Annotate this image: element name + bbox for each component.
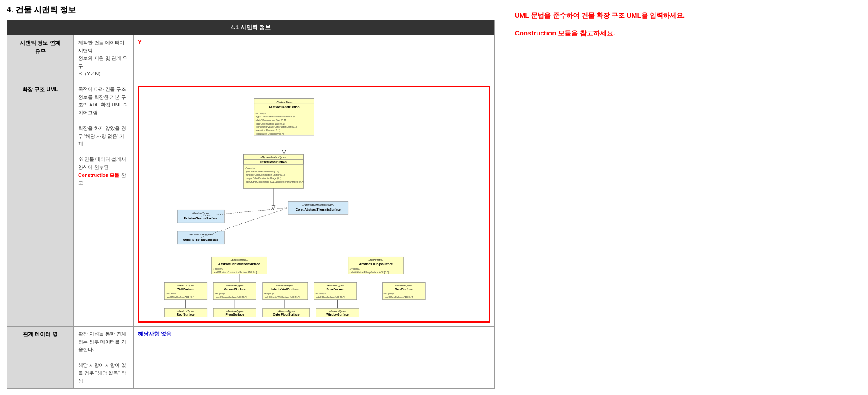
svg-text:· dateOfConstruction: Date [0.: · dateOfConstruction: Date [0..1] [255,119,286,121]
main-content: 4. 건물 시맨틱 정보 4.1 시맨틱 정보 시맨틱 정보 연계유무 제작한 … [0,0,501,393]
svg-text:WindowSurface: WindowSurface [326,313,349,316]
svg-text:FloorSurface: FloorSurface [225,313,244,316]
svg-text:«FeatureType»: «FeatureType» [327,284,344,287]
relation-value: 해당사항 없음 [138,331,171,337]
svg-text:«FeatureType»: «FeatureType» [226,284,244,287]
svg-text:AbstractConstruction: AbstractConstruction [268,106,299,109]
svg-text:· dateOfRenovation: Date [0..1: · dateOfRenovation: Date [0..1] [255,123,284,125]
svg-text:«FeatureType»: «FeatureType» [395,284,413,287]
svg-text:«Property»: «Property» [264,293,275,295]
svg-text:«Property»: «Property» [213,268,223,270]
svg-text:· adeOfAbstractConstructionSur: · adeOfAbstractConstructionSurface: ADE … [213,271,257,274]
svg-text:«BypassFeatureType»: «BypassFeatureType» [260,156,286,159]
right-panel: UML 문법을 준수하여 건물 확장 구조 UML을 입력하세요. Constr… [501,0,868,393]
svg-text:ExteriorClosureSurface: ExteriorClosureSurface [184,217,217,220]
desc-uml: 목적에 따라 건물 구조 정보를 확장한 기본 구조의 ADE 확장 UML 다… [74,82,134,326]
svg-text:«FeatureType»: «FeatureType» [226,310,244,313]
svg-text:· type: Construction::Construc: · type: Construction::ConstructionValue … [255,116,297,118]
content-relation: 해당사항 없음 [134,326,495,388]
svg-text:«Property»: «Property» [166,293,176,295]
section-header: 4.1 시맨틱 정보 [7,20,495,35]
svg-text:RoofSurface: RoofSurface [177,313,194,316]
svg-marker-14 [282,150,286,155]
svg-text:«AbstractSurfaceBoundary»: «AbstractSurfaceBoundary» [302,203,334,206]
uml-diagram: «FeatureType» AbstractConstruction «Prop… [143,90,485,317]
svg-text:«Property»: «Property» [215,293,225,295]
svg-text:· usage: OtherConstructionUsag: · usage: OtherConstructionUsage [0..*] [245,177,281,180]
row-semantic-link: 시맨틱 정보 연계유무 제작한 건물 데이터가 시맨틱정보의 지원 및 연계 유… [7,35,495,82]
content-semantic-link: Y [134,35,495,82]
svg-text:«TopLevelFeatureType»: «TopLevelFeatureType» [187,233,214,236]
svg-text:· adeOfInteriorWallSurface: AD: · adeOfInteriorWallSurface: ADE [0..*] [264,296,300,298]
instruction-line1: UML 문법을 준수하여 건물 확장 구조 UML을 입력하세요. [515,9,855,22]
svg-text:«Property»: «Property» [315,293,326,295]
svg-text:«FeatureType»: «FeatureType» [276,101,293,103]
svg-text:«FeatureType»: «FeatureType» [278,310,295,313]
label-relation: 관계 데이터 명 [7,326,74,388]
svg-text:OtherConstruction: OtherConstruction [260,160,287,164]
svg-text:GenericThematicSurface: GenericThematicSurface [183,238,218,241]
svg-text:OuterFloorSurface: OuterFloorSurface [273,313,300,316]
row-uml: 확장 구조 UML 목적에 따라 건물 구조 정보를 확장한 기본 구조의 AD… [7,82,495,326]
svg-text:· adeOfRoofSurface: ADE [0..*]: · adeOfRoofSurface: ADE [0..*] [384,296,413,298]
svg-text:«FillingType»: «FillingType» [368,258,383,261]
svg-text:RoofSurface: RoofSurface [395,288,413,291]
instruction-text2: Construction 모듈을 참고하세요. [515,29,615,37]
svg-text:GroundSurface: GroundSurface [224,288,246,291]
svg-text:«Property»: «Property» [245,167,255,169]
svg-text:«FeatureType»: «FeatureType» [276,284,294,287]
svg-text:Core::AbstractThematicSurface: Core::AbstractThematicSurface [296,208,341,211]
svg-text:· type: OtherConstructionValue: · type: OtherConstructionValue [0..1] [245,171,279,173]
svg-text:DoorSurface: DoorSurface [326,288,344,291]
uml-container: «FeatureType» AbstractConstruction «Prop… [138,86,490,323]
svg-text:«Property»: «Property» [349,268,360,270]
instruction-text1: UML 문법을 준수하여 건물 확장 구조 UML을 입력하세요. [515,12,685,19]
svg-text:· constructionValue: Construct: · constructionValue: ConstructionEvent [… [255,126,297,128]
svg-text:· adeOfWallSurface: ADE [0..*]: · adeOfWallSurface: ADE [0..*] [166,296,194,298]
svg-text:«FeatureType»: «FeatureType» [177,284,194,287]
label-semantic-link: 시맨틱 정보 연계유무 [7,35,74,82]
svg-text:· elevation: Elevation [0..*]: · elevation: Elevation [0..*] [255,129,280,132]
svg-text:· occupancy: Occupancy [0..*]: · occupancy: Occupancy [0..*] [255,133,283,135]
content-uml: «FeatureType» AbstractConstruction «Prop… [134,82,495,326]
desc-semantic-link: 제작한 건물 데이터가 시맨틱정보의 지원 및 연계 유무※（Y／N） [74,35,134,82]
svg-text:· function: OtherConstructionF: · function: OtherConstructionFunction [0… [245,174,285,176]
svg-text:AbstractFillingsSurface: AbstractFillingsSurface [359,262,393,266]
main-table: 4.1 시맨틱 정보 시맨틱 정보 연계유무 제작한 건물 데이터가 시맨틱정보… [7,20,495,389]
svg-text:· adeOfDoorSurface: ADE [0..*]: · adeOfDoorSurface: ADE [0..*] [315,296,344,298]
svg-text:«FeatureType»: «FeatureType» [329,310,346,313]
svg-text:«Property»: «Property» [384,293,395,295]
label-uml: 확장 구조 UML [7,82,74,326]
page-title: 4. 건물 시맨틱 정보 [7,4,495,15]
svg-text:«FeatureType»: «FeatureType» [231,258,248,261]
desc-relation: 확장 지원을 통한 연계되는 외부 데이터를 기술한다. 해당 사항이 사항이 … [74,326,134,388]
svg-text:«FeatureType»: «FeatureType» [192,212,209,215]
instruction-line2: Construction 모듈을 참고하세요. [515,27,855,40]
construction-ref: Construction 모듈 [78,172,120,178]
svg-text:AbstractConstructionSurface: AbstractConstructionSurface [218,262,260,266]
semantic-value: Y [138,39,142,45]
row-relation: 관계 데이터 명 확장 지원을 통한 연계되는 외부 데이터를 기술한다. 해당… [7,326,495,388]
svg-text:· adeOfGroundSurface: ADE [0..: · adeOfGroundSurface: ADE [0..*] [215,296,247,298]
svg-text:InteriorWallSurface: InteriorWallSurface [271,288,299,291]
svg-text:WallSurface: WallSurface [177,288,194,291]
svg-text:«Property»: «Property» [255,113,266,115]
svg-text:· adeOfOtherConstruction: CDE[: · adeOfOtherConstruction: CDE[AbstractGe… [245,181,303,183]
svg-text:· adeOfAbstractFillingsSurface: · adeOfAbstractFillingsSurface: ADE [0..… [349,271,388,274]
svg-text:«FeatureType»: «FeatureType» [177,310,194,313]
